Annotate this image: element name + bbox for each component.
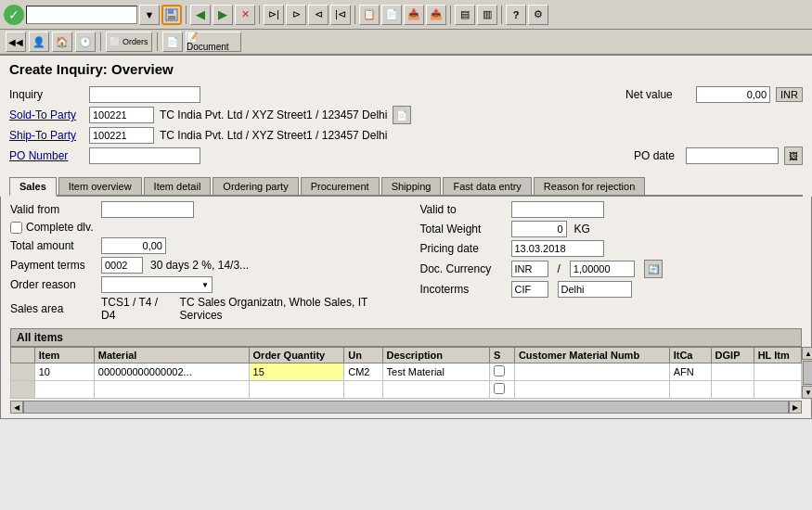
settings-button[interactable]: ⚙ (528, 5, 548, 25)
itca-cell-empty[interactable] (669, 381, 711, 399)
order-reason-dropdown[interactable]: ▼ (101, 276, 213, 293)
doc-currency-refresh-icon[interactable]: 🔄 (644, 260, 663, 278)
pick2-button[interactable]: 📄 (381, 5, 402, 25)
po-number-label[interactable]: PO Number (9, 149, 84, 162)
net-value-input[interactable] (696, 86, 770, 103)
command-input[interactable] (26, 6, 137, 24)
item-cell[interactable]: 10 (34, 363, 94, 381)
sold-to-label[interactable]: Sold-To Party (9, 108, 84, 121)
multi-sel2-button[interactable]: ▥ (477, 5, 497, 25)
po-date-input[interactable] (686, 147, 779, 164)
material-cell[interactable]: 000000000000002... (94, 363, 249, 381)
qty-cell-empty[interactable] (249, 381, 344, 399)
document-label-btn[interactable]: 📝 Document (186, 32, 241, 52)
svg-rect-2 (168, 16, 175, 19)
tab-fast-data-entry[interactable]: Fast data entry (443, 177, 531, 195)
po-number-input[interactable] (89, 147, 200, 164)
payment-terms-label: Payment terms (10, 259, 94, 272)
col-order-qty: Order Quantity (249, 348, 344, 363)
scroll-down-arrow[interactable]: ▼ (802, 386, 812, 399)
doc-icon[interactable]: 📄 (162, 32, 183, 52)
sales-tab-content: Valid from Complete dlv. Total amount (0, 197, 812, 419)
doc-currency-input[interactable] (511, 261, 548, 277)
pick-button[interactable]: 📋 (359, 5, 380, 25)
qty-cell[interactable]: 15 (249, 363, 344, 381)
tab-sales[interactable]: Sales (9, 177, 57, 197)
pricing-date-label: Pricing date (420, 242, 504, 255)
dgip-cell[interactable] (711, 363, 754, 381)
col-rownum (11, 348, 35, 363)
itca-cell[interactable]: AFN (669, 363, 711, 381)
tab-procurement[interactable]: Procurement (301, 177, 380, 195)
multi-sel-button[interactable]: ▤ (455, 5, 475, 25)
sold-to-icon-btn[interactable]: 📄 (393, 106, 411, 124)
tab-shipping[interactable]: Shipping (381, 177, 442, 195)
stop-button[interactable]: ✕ (235, 5, 255, 25)
row-num-cell-empty (11, 381, 35, 399)
material-cell-empty[interactable] (94, 381, 249, 399)
scroll-thumb[interactable] (803, 361, 812, 385)
incoterms-code-input[interactable] (511, 281, 548, 298)
dropdown-arrow-btn[interactable]: ▼ (139, 5, 160, 25)
tab-ordering-party[interactable]: Ordering party (213, 177, 298, 195)
page-next2-button[interactable]: |⊲ (330, 5, 351, 25)
dgip-cell-empty[interactable] (711, 381, 754, 399)
incoterms-place-input[interactable] (558, 281, 632, 298)
ship-to-id-input[interactable] (89, 127, 154, 144)
page-next-button[interactable]: ⊲ (308, 5, 329, 25)
po-date-calendar-icon[interactable]: 🖼 (784, 147, 803, 165)
person-icon[interactable]: 👤 (29, 32, 49, 52)
unit-cell-empty[interactable] (344, 381, 382, 399)
item-cell-empty[interactable] (34, 381, 94, 399)
save-button[interactable] (161, 5, 182, 25)
tab-reason-for-rejection[interactable]: Reason for rejection (534, 177, 645, 195)
hl-itm-cell-empty[interactable] (754, 381, 801, 399)
scroll-up-arrow[interactable]: ▲ (802, 347, 812, 360)
ship-to-label[interactable]: Ship-To Party (9, 129, 84, 142)
incoterms-label: Incoterms (420, 283, 504, 296)
orders-icon[interactable]: ⬜ Orders (106, 32, 152, 52)
help-button[interactable]: ? (506, 5, 526, 25)
complete-dlv-checkbox[interactable] (10, 222, 22, 234)
form-area: Inquiry Net value INR Sold-To Party TC I… (9, 83, 803, 172)
forward-button[interactable]: ▶ (213, 5, 233, 25)
nav-prev-icon[interactable]: ◀◀ (6, 32, 26, 52)
cust-mat-cell-empty[interactable] (514, 381, 669, 399)
page-prev2-button[interactable]: ⊳ (286, 5, 306, 25)
tab-item-detail[interactable]: Item detail (144, 177, 212, 195)
sold-to-id-input[interactable] (89, 107, 154, 123)
back-button[interactable]: ◀ (190, 5, 211, 25)
s-checkbox[interactable] (494, 365, 505, 376)
col-material: Material (94, 348, 249, 363)
checkmark-button[interactable]: ✓ (4, 5, 24, 25)
col-unit: Un (344, 348, 382, 363)
history-icon[interactable]: 🕐 (75, 32, 96, 52)
valid-from-input[interactable] (101, 201, 194, 218)
vertical-scrollbar[interactable]: ▲ ▼ (802, 347, 812, 399)
pick3-button[interactable]: 📥 (404, 5, 424, 25)
payment-terms-code[interactable] (101, 257, 143, 274)
hl-itm-cell[interactable] (754, 363, 801, 381)
tab-item-overview[interactable]: Item overview (58, 177, 142, 195)
cust-mat-cell[interactable] (514, 363, 669, 381)
scroll-left-arrow[interactable]: ◀ (10, 401, 23, 414)
pick4-button[interactable]: 📤 (426, 5, 446, 25)
col-s: S (489, 348, 514, 363)
doc-currency-rate-input[interactable] (570, 261, 635, 277)
scroll-right-arrow[interactable]: ▶ (789, 401, 802, 414)
second-toolbar: ◀◀ 👤 🏠 🕐 ⬜ Orders 📄 📝 Document (0, 30, 812, 56)
total-amount-input[interactable] (101, 237, 166, 254)
inquiry-input[interactable] (89, 86, 200, 103)
desc-cell-empty[interactable] (382, 381, 489, 399)
desc-cell[interactable]: Test Material (382, 363, 489, 381)
items-table: Item Material Order Quantity Un Descript… (10, 347, 802, 399)
home-icon[interactable]: 🏠 (52, 32, 72, 52)
pricing-date-input[interactable] (511, 240, 604, 257)
unit-cell[interactable]: CM2 (344, 363, 382, 381)
doc-currency-label: Doc. Currency (420, 262, 504, 275)
total-weight-input[interactable] (511, 221, 567, 237)
scroll-h-thumb[interactable] (23, 401, 789, 414)
valid-to-input[interactable] (511, 201, 604, 218)
s-checkbox-empty[interactable] (494, 383, 505, 394)
page-prev-button[interactable]: ⊳| (264, 5, 284, 25)
